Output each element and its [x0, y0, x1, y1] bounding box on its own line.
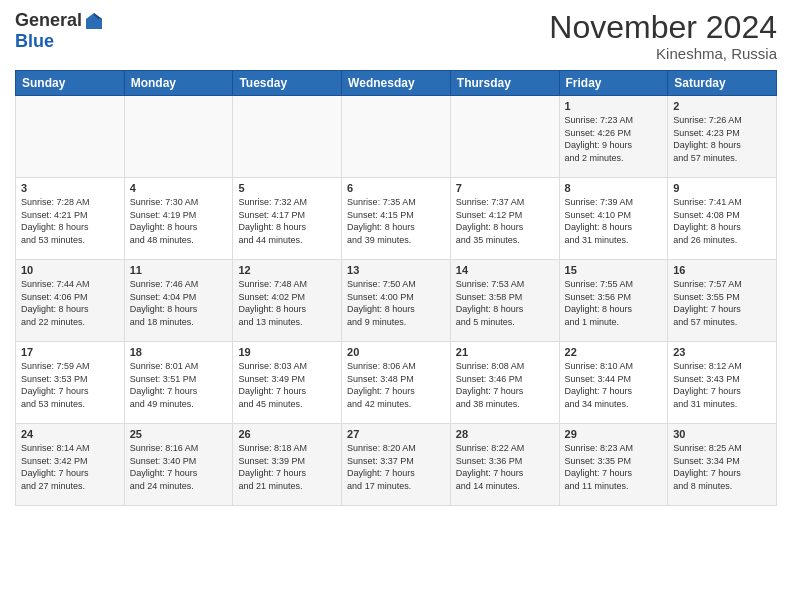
day-number: 5	[238, 182, 336, 194]
logo-blue-text: Blue	[15, 31, 104, 52]
week-row-3: 17Sunrise: 7:59 AM Sunset: 3:53 PM Dayli…	[16, 342, 777, 424]
weekday-header-row: Sunday Monday Tuesday Wednesday Thursday…	[16, 71, 777, 96]
day-info: Sunrise: 7:46 AM Sunset: 4:04 PM Dayligh…	[130, 278, 228, 328]
header-saturday: Saturday	[668, 71, 777, 96]
day-number: 28	[456, 428, 554, 440]
day-info: Sunrise: 8:20 AM Sunset: 3:37 PM Dayligh…	[347, 442, 445, 492]
day-number: 14	[456, 264, 554, 276]
day-info: Sunrise: 8:08 AM Sunset: 3:46 PM Dayligh…	[456, 360, 554, 410]
day-number: 30	[673, 428, 771, 440]
svg-marker-0	[86, 13, 102, 29]
table-row: 15Sunrise: 7:55 AM Sunset: 3:56 PM Dayli…	[559, 260, 668, 342]
day-info: Sunrise: 7:50 AM Sunset: 4:00 PM Dayligh…	[347, 278, 445, 328]
day-info: Sunrise: 7:57 AM Sunset: 3:55 PM Dayligh…	[673, 278, 771, 328]
month-title: November 2024	[549, 10, 777, 45]
day-number: 1	[565, 100, 663, 112]
table-row: 28Sunrise: 8:22 AM Sunset: 3:36 PM Dayli…	[450, 424, 559, 506]
table-row: 29Sunrise: 8:23 AM Sunset: 3:35 PM Dayli…	[559, 424, 668, 506]
day-number: 11	[130, 264, 228, 276]
table-row: 25Sunrise: 8:16 AM Sunset: 3:40 PM Dayli…	[124, 424, 233, 506]
logo-icon	[84, 11, 104, 31]
week-row-1: 3Sunrise: 7:28 AM Sunset: 4:21 PM Daylig…	[16, 178, 777, 260]
day-info: Sunrise: 8:14 AM Sunset: 3:42 PM Dayligh…	[21, 442, 119, 492]
week-row-4: 24Sunrise: 8:14 AM Sunset: 3:42 PM Dayli…	[16, 424, 777, 506]
day-info: Sunrise: 7:35 AM Sunset: 4:15 PM Dayligh…	[347, 196, 445, 246]
day-info: Sunrise: 8:25 AM Sunset: 3:34 PM Dayligh…	[673, 442, 771, 492]
table-row: 4Sunrise: 7:30 AM Sunset: 4:19 PM Daylig…	[124, 178, 233, 260]
day-info: Sunrise: 7:55 AM Sunset: 3:56 PM Dayligh…	[565, 278, 663, 328]
table-row: 1Sunrise: 7:23 AM Sunset: 4:26 PM Daylig…	[559, 96, 668, 178]
table-row: 18Sunrise: 8:01 AM Sunset: 3:51 PM Dayli…	[124, 342, 233, 424]
logo: General Blue	[15, 10, 104, 52]
day-info: Sunrise: 7:48 AM Sunset: 4:02 PM Dayligh…	[238, 278, 336, 328]
day-info: Sunrise: 8:03 AM Sunset: 3:49 PM Dayligh…	[238, 360, 336, 410]
day-number: 22	[565, 346, 663, 358]
table-row: 23Sunrise: 8:12 AM Sunset: 3:43 PM Dayli…	[668, 342, 777, 424]
day-info: Sunrise: 7:53 AM Sunset: 3:58 PM Dayligh…	[456, 278, 554, 328]
header-friday: Friday	[559, 71, 668, 96]
table-row: 7Sunrise: 7:37 AM Sunset: 4:12 PM Daylig…	[450, 178, 559, 260]
table-row: 9Sunrise: 7:41 AM Sunset: 4:08 PM Daylig…	[668, 178, 777, 260]
day-info: Sunrise: 7:32 AM Sunset: 4:17 PM Dayligh…	[238, 196, 336, 246]
table-row: 26Sunrise: 8:18 AM Sunset: 3:39 PM Dayli…	[233, 424, 342, 506]
day-number: 16	[673, 264, 771, 276]
location: Kineshma, Russia	[549, 45, 777, 62]
table-row: 13Sunrise: 7:50 AM Sunset: 4:00 PM Dayli…	[342, 260, 451, 342]
table-row: 10Sunrise: 7:44 AM Sunset: 4:06 PM Dayli…	[16, 260, 125, 342]
day-number: 29	[565, 428, 663, 440]
day-number: 15	[565, 264, 663, 276]
day-number: 19	[238, 346, 336, 358]
day-info: Sunrise: 7:41 AM Sunset: 4:08 PM Dayligh…	[673, 196, 771, 246]
day-number: 9	[673, 182, 771, 194]
day-number: 4	[130, 182, 228, 194]
day-info: Sunrise: 8:01 AM Sunset: 3:51 PM Dayligh…	[130, 360, 228, 410]
table-row: 8Sunrise: 7:39 AM Sunset: 4:10 PM Daylig…	[559, 178, 668, 260]
day-number: 21	[456, 346, 554, 358]
day-number: 26	[238, 428, 336, 440]
table-row: 21Sunrise: 8:08 AM Sunset: 3:46 PM Dayli…	[450, 342, 559, 424]
table-row: 14Sunrise: 7:53 AM Sunset: 3:58 PM Dayli…	[450, 260, 559, 342]
day-number: 17	[21, 346, 119, 358]
day-number: 24	[21, 428, 119, 440]
table-row	[16, 96, 125, 178]
day-info: Sunrise: 8:06 AM Sunset: 3:48 PM Dayligh…	[347, 360, 445, 410]
day-number: 8	[565, 182, 663, 194]
day-number: 23	[673, 346, 771, 358]
table-row: 30Sunrise: 8:25 AM Sunset: 3:34 PM Dayli…	[668, 424, 777, 506]
table-row: 2Sunrise: 7:26 AM Sunset: 4:23 PM Daylig…	[668, 96, 777, 178]
day-number: 20	[347, 346, 445, 358]
day-info: Sunrise: 7:44 AM Sunset: 4:06 PM Dayligh…	[21, 278, 119, 328]
header: General Blue November 2024 Kineshma, Rus…	[15, 10, 777, 62]
table-row: 27Sunrise: 8:20 AM Sunset: 3:37 PM Dayli…	[342, 424, 451, 506]
day-info: Sunrise: 7:37 AM Sunset: 4:12 PM Dayligh…	[456, 196, 554, 246]
calendar: Sunday Monday Tuesday Wednesday Thursday…	[15, 70, 777, 506]
table-row	[342, 96, 451, 178]
day-info: Sunrise: 7:39 AM Sunset: 4:10 PM Dayligh…	[565, 196, 663, 246]
page: General Blue November 2024 Kineshma, Rus…	[0, 0, 792, 612]
table-row: 3Sunrise: 7:28 AM Sunset: 4:21 PM Daylig…	[16, 178, 125, 260]
table-row: 22Sunrise: 8:10 AM Sunset: 3:44 PM Dayli…	[559, 342, 668, 424]
header-tuesday: Tuesday	[233, 71, 342, 96]
day-number: 7	[456, 182, 554, 194]
table-row: 12Sunrise: 7:48 AM Sunset: 4:02 PM Dayli…	[233, 260, 342, 342]
day-number: 13	[347, 264, 445, 276]
table-row	[233, 96, 342, 178]
day-info: Sunrise: 8:18 AM Sunset: 3:39 PM Dayligh…	[238, 442, 336, 492]
day-number: 25	[130, 428, 228, 440]
day-number: 10	[21, 264, 119, 276]
day-info: Sunrise: 7:30 AM Sunset: 4:19 PM Dayligh…	[130, 196, 228, 246]
header-monday: Monday	[124, 71, 233, 96]
logo-general-text: General	[15, 10, 82, 31]
table-row: 11Sunrise: 7:46 AM Sunset: 4:04 PM Dayli…	[124, 260, 233, 342]
day-number: 12	[238, 264, 336, 276]
day-info: Sunrise: 7:59 AM Sunset: 3:53 PM Dayligh…	[21, 360, 119, 410]
day-info: Sunrise: 8:23 AM Sunset: 3:35 PM Dayligh…	[565, 442, 663, 492]
day-info: Sunrise: 7:23 AM Sunset: 4:26 PM Dayligh…	[565, 114, 663, 164]
table-row: 5Sunrise: 7:32 AM Sunset: 4:17 PM Daylig…	[233, 178, 342, 260]
table-row: 19Sunrise: 8:03 AM Sunset: 3:49 PM Dayli…	[233, 342, 342, 424]
table-row: 17Sunrise: 7:59 AM Sunset: 3:53 PM Dayli…	[16, 342, 125, 424]
table-row: 16Sunrise: 7:57 AM Sunset: 3:55 PM Dayli…	[668, 260, 777, 342]
week-row-0: 1Sunrise: 7:23 AM Sunset: 4:26 PM Daylig…	[16, 96, 777, 178]
day-number: 18	[130, 346, 228, 358]
day-info: Sunrise: 8:22 AM Sunset: 3:36 PM Dayligh…	[456, 442, 554, 492]
